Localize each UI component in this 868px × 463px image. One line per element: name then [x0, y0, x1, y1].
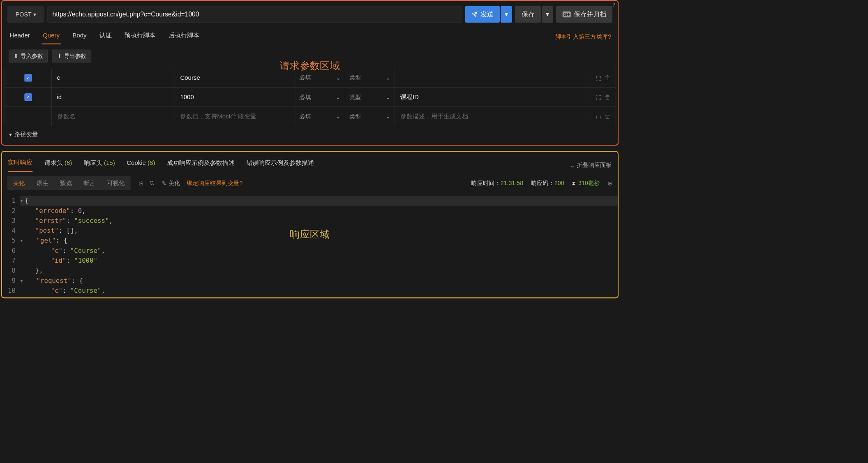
- resp-tab-cookie[interactable]: Cookie (8): [127, 159, 155, 171]
- code-content: ▾{ "errcode": 0, "errstr": "success", "p…: [20, 196, 618, 296]
- resp-tab-req-headers[interactable]: 请求头 (8): [44, 159, 72, 171]
- request-tabs: Header Query Body 认证 预执行脚本 后执行脚本 脚本引入第三方…: [5, 24, 616, 44]
- param-name-input[interactable]: [52, 68, 175, 87]
- view-assert[interactable]: 断言: [78, 176, 101, 190]
- resp-tab-live[interactable]: 实时响应: [8, 158, 32, 172]
- url-input[interactable]: [47, 6, 462, 23]
- type-select[interactable]: 类型⌄: [345, 74, 395, 81]
- type-select[interactable]: 类型⌄: [345, 93, 395, 101]
- response-duration: 310毫秒: [578, 179, 600, 187]
- collapse-panel-button[interactable]: ⌄ 折叠响应面板: [570, 161, 612, 169]
- import-params-button[interactable]: ⬆ 导入参数: [9, 50, 48, 63]
- tab-auth[interactable]: 认证: [98, 29, 113, 44]
- beautify-button[interactable]: ✎ 美化: [162, 179, 180, 187]
- response-toolbar: 美化 原生 预览 断言 可视化 ⎘ ✎ 美化 绑定响应结果到变量? 响应时间：2…: [2, 172, 618, 194]
- delete-icon[interactable]: 🗑: [605, 94, 610, 100]
- table-row: ✓ 必填⌄ 类型⌄ ⬚🗑: [5, 87, 615, 106]
- response-meta: 响应时间：21:31:58 响应码：200 ⧗ 310毫秒 ⊕: [471, 179, 612, 187]
- download-icon: ⬇: [57, 53, 62, 59]
- save-label: 保存: [522, 10, 534, 19]
- param-toolbar: ⬆ 导入参数 ⬇ 导出参数: [5, 44, 616, 68]
- cube-icon[interactable]: ⬚: [596, 74, 602, 81]
- tab-header[interactable]: Header: [9, 30, 31, 44]
- tab-body[interactable]: Body: [72, 30, 88, 44]
- http-method-select[interactable]: POST ▾: [7, 6, 44, 23]
- hourglass-icon: ⧗: [572, 180, 576, 186]
- save-dropdown-button[interactable]: ▾: [542, 6, 553, 23]
- send-label: 发送: [480, 10, 493, 19]
- required-select[interactable]: 必填⌄: [295, 74, 345, 81]
- save-button[interactable]: 保存: [515, 6, 541, 23]
- view-visual[interactable]: 可视化: [101, 176, 130, 190]
- export-params-button[interactable]: ⬇ 导出参数: [52, 50, 91, 63]
- script-lib-link[interactable]: 脚本引入第三方类库?: [555, 33, 611, 41]
- line-gutter: 12345678910: [2, 196, 20, 296]
- view-pretty[interactable]: 美化: [7, 176, 31, 190]
- response-tabs: 实时响应 请求头 (8) 响应头 (15) Cookie (8) 成功响应示例及…: [2, 153, 618, 172]
- view-raw[interactable]: 原生: [31, 176, 54, 190]
- save-archive-label: 保存并归档: [574, 10, 606, 19]
- wand-icon: ✎: [162, 180, 166, 187]
- response-code: 200: [554, 180, 564, 186]
- view-mode-group: 美化 原生 预览 断言 可视化: [7, 176, 131, 190]
- cube-icon[interactable]: ⬚: [596, 94, 602, 100]
- param-name-input[interactable]: [52, 88, 175, 106]
- download-icon[interactable]: ⊕: [607, 180, 612, 187]
- tab-prescript[interactable]: 预执行脚本: [124, 29, 157, 44]
- url-bar: POST ▾ 发送 ▾ 保存 ▾ G+: [5, 5, 616, 25]
- save-archive-button[interactable]: G+ 保存并归档: [556, 6, 612, 23]
- import-label: 导入参数: [21, 52, 43, 60]
- delete-icon[interactable]: 🗑: [605, 113, 610, 120]
- param-desc-input[interactable]: [395, 88, 586, 106]
- checkbox[interactable]: ✓: [24, 93, 32, 101]
- response-time: 21:31:58: [501, 180, 524, 186]
- send-icon: [472, 12, 478, 17]
- tab-postscript[interactable]: 后执行脚本: [167, 29, 201, 44]
- delete-icon[interactable]: 🗑: [605, 74, 610, 81]
- chevron-down-icon: ⌄: [336, 113, 341, 120]
- param-value-input[interactable]: [175, 107, 295, 126]
- tab-query[interactable]: Query: [42, 29, 61, 44]
- type-select[interactable]: 类型⌄: [345, 112, 395, 120]
- checkbox[interactable]: ✓: [24, 74, 32, 82]
- param-desc-input[interactable]: [395, 107, 586, 126]
- table-row: ✓ 必填⌄ 类型⌄ ⬚🗑: [5, 68, 615, 87]
- send-dropdown-button[interactable]: ▾: [501, 6, 512, 23]
- svg-point-0: [150, 181, 153, 184]
- resp-tab-error-ex[interactable]: 错误响应示例及参数描述: [247, 159, 314, 171]
- chevron-down-icon: ▾: [33, 11, 36, 18]
- upload-icon: ⬆: [14, 53, 18, 59]
- resp-tab-success-ex[interactable]: 成功响应示例及参数描述: [167, 159, 235, 171]
- copy-icon[interactable]: ⎘: [139, 180, 143, 186]
- path-vars-label: 路径变量: [14, 130, 38, 138]
- help-icon[interactable]: ?: [612, 2, 615, 8]
- required-select[interactable]: 必填⌄: [295, 112, 345, 120]
- response-body[interactable]: 12345678910 ▾{ "errcode": 0, "errstr": "…: [2, 194, 618, 297]
- export-label: 导出参数: [64, 52, 86, 60]
- params-table: ✓ 必填⌄ 类型⌄ ⬚🗑 ✓ 必填⌄ 类型⌄ ⬚🗑: [5, 68, 616, 126]
- response-area: 实时响应 请求头 (8) 响应头 (15) Cookie (8) 成功响应示例及…: [1, 151, 619, 298]
- search-icon[interactable]: [149, 181, 155, 186]
- param-value-input[interactable]: [175, 68, 295, 87]
- send-button[interactable]: 发送: [465, 6, 500, 23]
- chevron-down-icon: ⌄: [386, 93, 390, 100]
- path-variables-toggle[interactable]: ▾ 路径变量: [5, 126, 616, 142]
- table-row-empty: 必填⌄ 类型⌄ ⬚🗑: [5, 107, 615, 126]
- chevron-down-icon: ⌄: [336, 74, 341, 81]
- chevron-down-icon: ⌄: [386, 74, 390, 81]
- triangle-down-icon: ▾: [9, 131, 12, 138]
- resp-tab-resp-headers[interactable]: 响应头 (15): [84, 159, 115, 171]
- param-desc-input[interactable]: [395, 68, 586, 87]
- param-value-input[interactable]: [175, 88, 295, 106]
- required-select[interactable]: 必填⌄: [295, 93, 345, 101]
- chevron-down-icon: ⌄: [336, 93, 341, 100]
- collapse-icon: ⌄: [570, 162, 575, 169]
- cube-icon[interactable]: ⬚: [596, 113, 602, 120]
- chevron-down-icon: ⌄: [386, 113, 390, 120]
- archive-icon: G+: [563, 12, 571, 17]
- bind-result-link[interactable]: 绑定响应结果到变量?: [187, 179, 242, 187]
- view-preview[interactable]: 预览: [54, 176, 78, 190]
- http-method-label: POST: [16, 11, 32, 18]
- param-name-input[interactable]: [52, 107, 175, 126]
- request-area: ? POST ▾ 发送 ▾ 保存 ▾: [1, 0, 619, 146]
